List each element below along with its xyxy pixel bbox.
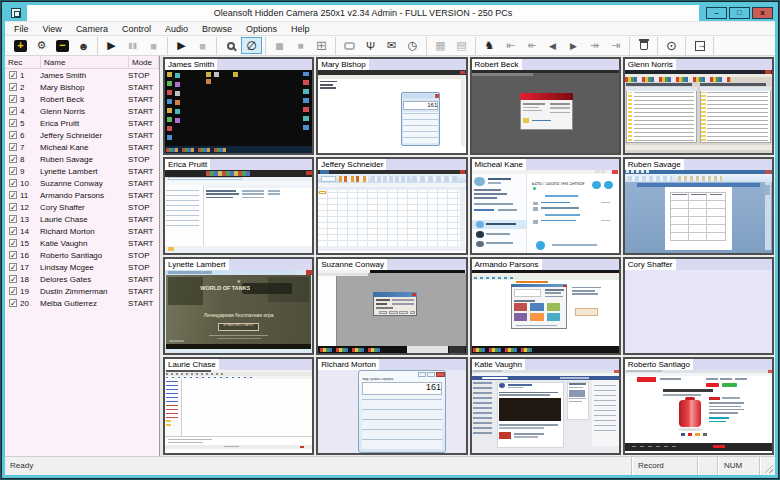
email-button[interactable]: ✉ <box>381 37 402 54</box>
pc-cell-armando-parsons[interactable]: Armando Parsons <box>470 257 621 355</box>
pc-row-suzanne-conway[interactable]: ✓10Suzanne ConwaySTART <box>5 177 159 189</box>
view-hidden-button[interactable]: ⊙ <box>661 37 682 54</box>
rec-checkbox[interactable]: ✓ <box>9 155 17 163</box>
pc-row-lindsay-mcgee[interactable]: ✓17Lindsay McgeeSTOP <box>5 261 159 273</box>
remove-pc-button[interactable]: − <box>52 37 73 54</box>
menu-item-control[interactable]: Control <box>115 22 158 36</box>
pc-cell-laurie-chase[interactable]: Laurie Chase <box>163 357 314 455</box>
resize-grip[interactable] <box>759 457 775 475</box>
rec-checkbox[interactable]: ✓ <box>9 275 17 283</box>
start-monitoring-button[interactable]: ▶ <box>101 37 122 54</box>
menu-item-view[interactable]: View <box>36 22 69 36</box>
users-button[interactable]: ☻ <box>73 37 94 54</box>
pc-row-mary-bishop[interactable]: ✓2Mary BishopSTART <box>5 81 159 93</box>
column-header-name[interactable]: Name <box>41 56 129 68</box>
delete-button[interactable] <box>633 37 654 54</box>
view-large-button[interactable]: ■ <box>269 37 290 54</box>
view-single-button[interactable]: ■ <box>290 37 311 54</box>
rec-checkbox[interactable]: ✓ <box>9 179 17 187</box>
nav-prev-button[interactable]: ◀ <box>542 37 563 54</box>
pc-row-ruben-savage[interactable]: ✓8Ruben SavageSTOP <box>5 153 159 165</box>
rec-checkbox[interactable]: ✓ <box>9 239 17 247</box>
rec-checkbox[interactable]: ✓ <box>9 119 17 127</box>
pc-row-dustin-zimmerman[interactable]: ✓19Dustin ZimmermanSTART <box>5 285 159 297</box>
menu-item-file[interactable]: File <box>7 22 36 36</box>
exit-button[interactable] <box>689 37 710 54</box>
pc-cell-katie-vaughn[interactable]: Katie Vaughn <box>470 357 621 455</box>
pc-cell-suzanne-conway[interactable]: Suzanne Conway <box>316 257 467 355</box>
save-button[interactable]: ▦ <box>430 37 451 54</box>
pc-cell-james-smith[interactable]: James Smith <box>163 57 314 155</box>
menu-item-browse[interactable]: Browse <box>195 22 239 36</box>
browse-mode-button[interactable]: ∅ <box>241 37 262 54</box>
pc-cell-lynette-lambert[interactable]: Lynette Lambert★WORLD OF TANKSЛегендарна… <box>163 257 314 355</box>
start-recording-button[interactable]: ▶ <box>171 37 192 54</box>
pc-cell-glenn-norris[interactable]: Glenn Norris <box>623 57 774 155</box>
pc-row-lynette-lambert[interactable]: ✓9Lynette LambertSTART <box>5 165 159 177</box>
pc-row-robert-beck[interactable]: ✓3Robert BeckSTART <box>5 93 159 105</box>
rec-checkbox[interactable]: ✓ <box>9 191 17 199</box>
nav-next-button[interactable]: ▶ <box>563 37 584 54</box>
pc-row-micheal-kane[interactable]: ✓7Micheal KaneSTART <box>5 141 159 153</box>
menu-item-options[interactable]: Options <box>239 22 284 36</box>
nav-first-button[interactable]: ⇤ <box>500 37 521 54</box>
rec-checkbox[interactable]: ✓ <box>9 251 17 259</box>
minimize-button[interactable]: – <box>706 7 727 19</box>
rec-checkbox[interactable]: ✓ <box>9 83 17 91</box>
pc-row-glenn-norris[interactable]: ✓4Glenn NorrisSTART <box>5 105 159 117</box>
pc-row-jeffery-schneider[interactable]: ✓6Jeffery SchneiderSTART <box>5 129 159 141</box>
rec-checkbox[interactable]: ✓ <box>9 263 17 271</box>
rec-checkbox[interactable]: ✓ <box>9 203 17 211</box>
pc-cell-ruben-savage[interactable]: Ruben Savage <box>623 157 774 255</box>
pc-cell-cory-shaffer[interactable]: Cory Shaffer <box>623 257 774 355</box>
maximize-button[interactable]: □ <box>729 7 750 19</box>
zoom-button[interactable] <box>220 37 241 54</box>
nav-next-page-button[interactable]: ↠ <box>584 37 605 54</box>
print-button[interactable]: ▤ <box>451 37 472 54</box>
pc-cell-richard-morton[interactable]: Richard MortonВид Правка Справка161 <box>316 357 467 455</box>
rec-checkbox[interactable]: ✓ <box>9 143 17 151</box>
menu-item-help[interactable]: Help <box>284 22 317 36</box>
pc-row-katie-vaughn[interactable]: ✓15Katie VaughnSTART <box>5 237 159 249</box>
schedule-button[interactable]: ◷ <box>402 37 423 54</box>
pc-cell-mary-bishop[interactable]: Mary Bishop161 <box>316 57 467 155</box>
pc-cell-micheal-kane[interactable]: Micheal KaneEcho / Sound Test Service <box>470 157 621 255</box>
close-button[interactable]: x <box>752 7 773 19</box>
stop-monitoring-button[interactable]: ■ <box>143 37 164 54</box>
nav-prev-page-button[interactable]: ↞ <box>521 37 542 54</box>
rec-checkbox[interactable]: ✓ <box>9 215 17 223</box>
pc-row-armando-parsons[interactable]: ✓11Armando ParsonsSTART <box>5 189 159 201</box>
settings-button[interactable]: ⚙ <box>31 37 52 54</box>
app-icon[interactable] <box>11 8 21 18</box>
column-header-rec[interactable]: Rec <box>5 56 41 68</box>
pc-cell-jeffery-schneider[interactable]: Jeffery Schneider <box>316 157 467 255</box>
view-grid-button[interactable]: ⊞ <box>311 37 332 54</box>
pc-cell-robert-beck[interactable]: Robert Beck <box>470 57 621 155</box>
pc-cell-erica-pruitt[interactable]: Erica Pruitt <box>163 157 314 255</box>
pc-row-melba-gutierrez[interactable]: ✓20Melba GutierrezSTART <box>5 297 159 309</box>
rec-checkbox[interactable]: ✓ <box>9 71 17 79</box>
rec-checkbox[interactable]: ✓ <box>9 227 17 235</box>
column-header-mode[interactable]: Mode <box>129 56 159 68</box>
pc-row-delores-gates[interactable]: ✓18Delores GatesSTART <box>5 273 159 285</box>
menu-item-camera[interactable]: Camera <box>69 22 115 36</box>
pc-row-erica-pruitt[interactable]: ✓5Erica PruittSTART <box>5 117 159 129</box>
rec-checkbox[interactable]: ✓ <box>9 287 17 295</box>
pc-row-cory-shaffer[interactable]: ✓12Cory ShafferSTOP <box>5 201 159 213</box>
pause-monitoring-button[interactable]: ▮▮ <box>122 37 143 54</box>
pc-row-roberto-santiago[interactable]: ✓16Roberto SantiagoSTOP <box>5 249 159 261</box>
pc-row-richard-morton[interactable]: ✓14Richard MortonSTART <box>5 225 159 237</box>
watchdog-button[interactable]: ♞ <box>479 37 500 54</box>
pc-row-laurie-chase[interactable]: ✓13Laurie ChaseSTART <box>5 213 159 225</box>
nav-last-button[interactable]: ⇥ <box>605 37 626 54</box>
rec-checkbox[interactable]: ✓ <box>9 107 17 115</box>
rec-checkbox[interactable]: ✓ <box>9 167 17 175</box>
chat-button[interactable] <box>339 37 360 54</box>
menu-item-audio[interactable]: Audio <box>158 22 195 36</box>
pc-row-james-smith[interactable]: ✓1James SmithSTOP <box>5 69 159 81</box>
rec-checkbox[interactable]: ✓ <box>9 131 17 139</box>
add-pc-button[interactable]: + <box>10 37 31 54</box>
stop-recording-button[interactable]: ■ <box>192 37 213 54</box>
microphone-button[interactable]: Ψ <box>360 37 381 54</box>
rec-checkbox[interactable]: ✓ <box>9 95 17 103</box>
